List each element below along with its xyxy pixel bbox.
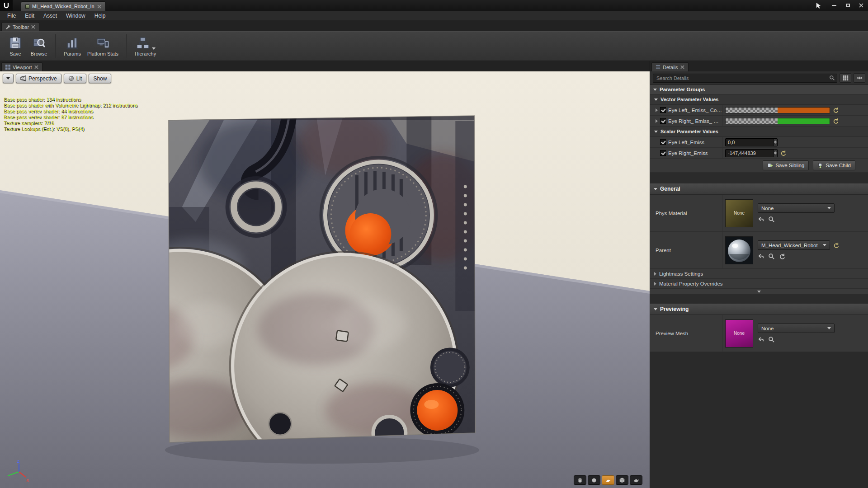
material-property-overrides-row[interactable]: Material Property Overrides: [650, 279, 868, 289]
menu-asset[interactable]: Asset: [39, 12, 61, 20]
lightmass-settings-row[interactable]: Lightmass Settings: [650, 269, 868, 279]
toolbar-separator: [126, 34, 127, 58]
param-override-checkbox[interactable]: [660, 107, 666, 113]
show-button[interactable]: Show: [89, 74, 111, 83]
spinner-knob[interactable]: [773, 150, 777, 157]
tab-viewport[interactable]: Viewport: [1, 62, 42, 71]
browse-button[interactable]: Browse: [27, 33, 51, 60]
preview-mesh-thumbnail[interactable]: None: [725, 319, 753, 347]
viewport-tab-close-icon[interactable]: [34, 65, 38, 69]
save-button[interactable]: Save: [4, 33, 27, 60]
save-sibling-button[interactable]: Save Sibling: [763, 160, 809, 170]
material-property-overrides-label: Material Property Overrides: [659, 281, 723, 286]
spinner-knob[interactable]: [773, 139, 777, 146]
copy-reference-icon[interactable]: [778, 253, 785, 260]
params-button[interactable]: Params: [61, 33, 84, 60]
show-label: Show: [93, 75, 107, 82]
viewport-toolbar: Perspective Lit Show: [3, 74, 111, 83]
axis-gizmo: Z X: [5, 459, 34, 483]
wrench-icon: [5, 24, 10, 29]
scalar-value-spinbox[interactable]: 0,0: [725, 138, 778, 146]
close-button[interactable]: [854, 0, 868, 11]
document-tab[interactable]: MI_Head_Wicked_Robot_In: [21, 1, 106, 11]
tab-toolbar[interactable]: Toolbar: [1, 22, 39, 31]
minimize-button[interactable]: [827, 0, 841, 11]
preview-shape-sphere-button[interactable]: [588, 475, 600, 485]
details-tab-close-icon[interactable]: [680, 65, 684, 69]
menu-window[interactable]: Window: [61, 12, 90, 20]
chevron-down-icon: [757, 291, 761, 293]
save-sibling-label: Save Sibling: [775, 163, 804, 168]
tab-details[interactable]: Details: [651, 62, 689, 71]
scalar-param-row-eye-left: Eye Left_Emiss 0,0: [650, 137, 868, 148]
browse-to-asset-icon[interactable]: [768, 216, 775, 223]
previewing-category-header[interactable]: Previewing: [650, 304, 868, 315]
z-axis-label: Z: [17, 459, 20, 464]
preview-mesh-row: Preview Mesh None None: [650, 315, 868, 352]
reset-to-default-icon[interactable]: [833, 242, 839, 249]
viewport-options-button[interactable]: [3, 74, 14, 83]
browse-to-asset-icon[interactable]: [768, 253, 775, 260]
chevron-down-icon: [653, 89, 657, 91]
shader-stats: Base pass shader: 134 instructions Base …: [4, 97, 138, 132]
display-filter-button[interactable]: [840, 73, 851, 83]
param-override-checkbox[interactable]: [660, 139, 666, 145]
maximize-button[interactable]: [841, 0, 854, 11]
preview-mesh-dropdown[interactable]: None: [758, 324, 835, 333]
toolbar-separator: [55, 34, 56, 58]
params-icon: [65, 36, 80, 50]
use-selected-asset-icon[interactable]: [758, 216, 764, 223]
toolbar-tab-strip: Toolbar: [0, 21, 868, 31]
expander-icon[interactable]: [656, 108, 658, 112]
hierarchy-dropdown-caret-icon[interactable]: [152, 47, 156, 50]
expander-icon[interactable]: [656, 119, 658, 123]
vector-parameter-values-header[interactable]: Vector Parameter Values: [650, 94, 868, 105]
preview-shape-teapot-button[interactable]: [630, 475, 642, 485]
tab-close-icon[interactable]: [97, 5, 101, 9]
viewport-body[interactable]: Perspective Lit Show Base pass shader: 1…: [0, 71, 650, 488]
hierarchy-button[interactable]: Hierarchy: [132, 33, 159, 60]
panel-gap: [650, 173, 868, 183]
menu-file[interactable]: File: [3, 12, 20, 20]
phys-material-thumbnail[interactable]: None: [725, 199, 753, 227]
preview-shape-cylinder-button[interactable]: [574, 475, 586, 485]
reset-to-default-icon[interactable]: [780, 150, 786, 156]
browse-to-asset-icon[interactable]: [768, 336, 775, 343]
platform-stats-icon: [96, 36, 110, 50]
param-override-checkbox[interactable]: [660, 150, 666, 156]
platform-stats-button[interactable]: Platform Stats: [84, 33, 122, 60]
search-details-input[interactable]: [653, 74, 837, 83]
save-child-button[interactable]: Save Child: [813, 160, 855, 170]
reset-to-default-icon[interactable]: [832, 118, 839, 124]
scalar-value: -147,444839: [726, 150, 773, 156]
color-swatch[interactable]: [725, 107, 830, 113]
color-swatch[interactable]: [725, 118, 830, 124]
details-filler: [650, 352, 868, 488]
perspective-button[interactable]: Perspective: [16, 74, 61, 83]
parent-thumbnail[interactable]: [725, 236, 753, 264]
general-category-header[interactable]: General: [650, 183, 868, 195]
param-override-checkbox[interactable]: [660, 118, 666, 124]
use-selected-asset-icon[interactable]: [758, 253, 764, 260]
phys-material-dropdown[interactable]: None: [758, 203, 835, 213]
preview-shape-cube-button[interactable]: [616, 475, 628, 485]
parent-dropdown[interactable]: M_Head_Wicked_Robot: [758, 240, 830, 250]
menu-help[interactable]: Help: [90, 12, 110, 20]
preview-shape-plane-button[interactable]: [602, 475, 614, 485]
scalar-parameter-values-header[interactable]: Scalar Parameter Values: [650, 127, 868, 137]
eye-icon: [857, 75, 863, 81]
view-options-button[interactable]: [854, 73, 865, 83]
reset-to-default-icon[interactable]: [832, 107, 839, 113]
lit-button[interactable]: Lit: [64, 74, 87, 83]
use-selected-asset-icon[interactable]: [758, 336, 764, 343]
scalar-value-spinbox[interactable]: -147,444839: [725, 149, 778, 157]
advanced-expander[interactable]: [650, 289, 868, 295]
main-area: Viewport: [0, 61, 868, 488]
menu-edit[interactable]: Edit: [20, 12, 39, 20]
param-label: Eye Right_ Emiss_ Colo: [668, 118, 722, 124]
material-preview-scene[interactable]: [0, 71, 650, 488]
toolbar-tab-close-icon[interactable]: [31, 25, 35, 29]
parameter-groups-header[interactable]: Parameter Groups: [650, 85, 868, 94]
browse-icon: [32, 36, 46, 50]
lit-mode-icon: [68, 75, 74, 81]
